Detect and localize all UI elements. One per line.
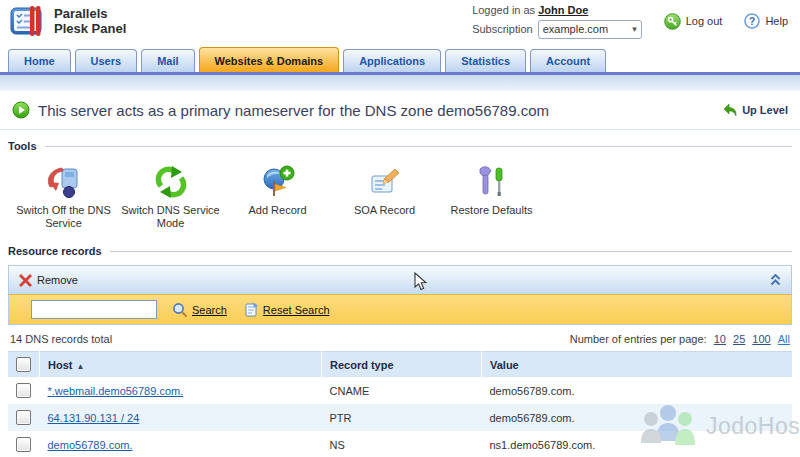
resource-records-section: Resource records: [8, 245, 792, 257]
remove-label: Remove: [37, 274, 78, 286]
per-page-control: Number of entries per page: 10 25 100 Al…: [570, 333, 790, 345]
restore-defaults-icon: [475, 165, 509, 199]
help-button[interactable]: ? Help: [744, 13, 788, 29]
tabbar-substrip: [0, 75, 800, 91]
record-type-cell: CNAME: [322, 377, 482, 404]
tab-websites-domains[interactable]: Websites & Domains: [199, 47, 340, 72]
banner-message: This server acts as a primary nameserver…: [38, 102, 549, 119]
value-cell: demo56789.com.: [482, 404, 793, 431]
per-page-all[interactable]: All: [778, 333, 790, 345]
tool-restore-defaults[interactable]: Restore Defaults: [438, 165, 545, 230]
main-tabbar: Home Users Mail Websites & Domains Appli…: [0, 42, 800, 75]
dns-switch-off-icon: [47, 165, 81, 199]
plesk-panel-page: Parallels Plesk Panel Logged in as John …: [0, 0, 800, 457]
remove-button[interactable]: Remove: [19, 274, 78, 287]
tool-label: SOA Record: [331, 204, 438, 217]
search-bar: Search Reset Search: [9, 294, 791, 324]
column-header-value[interactable]: Value: [482, 352, 793, 378]
reset-note-icon: [244, 302, 259, 317]
brand-name: Parallels Plesk Panel: [54, 6, 126, 36]
up-level-link[interactable]: Up Level: [723, 103, 788, 117]
user-name-link[interactable]: John Doe: [538, 4, 588, 16]
list-meta-row: 14 DNS records total Number of entries p…: [10, 333, 790, 345]
tool-switch-off-dns[interactable]: Switch Off the DNS Service: [10, 165, 117, 230]
collapse-toolbar-button[interactable]: [770, 274, 781, 286]
sort-asc-icon: ▲: [76, 362, 84, 371]
tab-account[interactable]: Account: [530, 49, 606, 72]
logout-label: Log out: [686, 15, 723, 27]
dns-switch-mode-icon: [154, 165, 188, 199]
subscription-value: example.com: [543, 22, 608, 37]
red-x-icon: [19, 274, 32, 287]
tools-title: Tools: [8, 140, 792, 152]
records-summary: 14 DNS records total: [10, 333, 112, 345]
top-header: Parallels Plesk Panel Logged in as John …: [0, 0, 800, 42]
reset-search-button[interactable]: Reset Search: [244, 302, 330, 317]
per-page-100[interactable]: 100: [752, 333, 770, 345]
parallels-logo-icon: [10, 5, 46, 37]
column-header-host[interactable]: Host▲: [40, 352, 322, 378]
search-input[interactable]: [31, 300, 157, 319]
table-row: *.webmail.demo56789.com. CNAME demo56789…: [8, 377, 792, 404]
search-button[interactable]: Search: [172, 302, 227, 318]
subscription-select[interactable]: example.com ▾: [538, 20, 642, 39]
green-play-icon: [12, 101, 30, 119]
green-up-arrow-icon: [723, 103, 738, 117]
tab-mail[interactable]: Mail: [141, 49, 194, 72]
per-page-label: Number of entries per page:: [570, 333, 707, 345]
records-toolbar-block: Remove Search: [8, 265, 792, 325]
per-page-10[interactable]: 10: [714, 333, 726, 345]
header-right: Logged in as John Doe Subscription examp…: [472, 3, 788, 39]
table-row: demo56789.com. NS ns1.demo56789.com.: [8, 431, 792, 457]
table-row: 64.131.90.131 / 24 PTR demo56789.com.: [8, 404, 792, 431]
resource-records-title: Resource records: [8, 245, 792, 257]
host-link[interactable]: demo56789.com.: [48, 439, 133, 451]
row-checkbox[interactable]: [16, 437, 31, 452]
tool-add-record[interactable]: Add Record: [224, 165, 331, 230]
records-toolbar: Remove: [9, 266, 791, 294]
brand-line2: Plesk Panel: [54, 21, 126, 36]
tools-section: Tools Switch Off the DNS Service: [8, 140, 792, 230]
svg-text:?: ?: [749, 16, 755, 27]
add-record-icon: [261, 165, 295, 199]
select-all-checkbox[interactable]: [16, 357, 31, 372]
tool-soa-record[interactable]: SOA Record: [331, 165, 438, 230]
row-checkbox[interactable]: [16, 410, 31, 425]
logout-button[interactable]: Log out: [664, 13, 723, 30]
tool-label: Restore Defaults: [438, 204, 545, 217]
help-icon: ?: [744, 13, 760, 29]
table-header-row: Host▲ Record type Value: [8, 352, 792, 378]
subscription-label: Subscription: [472, 22, 533, 37]
dns-records-table: Host▲ Record type Value *.webmail.demo56…: [8, 351, 792, 457]
tools-row: Switch Off the DNS Service Switch DNS Se…: [8, 165, 792, 230]
record-type-cell: NS: [322, 431, 482, 457]
up-level-label: Up Level: [742, 104, 788, 116]
tab-users[interactable]: Users: [75, 49, 138, 72]
login-block: Logged in as John Doe Subscription examp…: [472, 3, 642, 39]
column-header-record-type[interactable]: Record type: [322, 352, 482, 378]
per-page-25[interactable]: 25: [733, 333, 745, 345]
tab-home[interactable]: Home: [8, 49, 71, 72]
tool-switch-dns-mode[interactable]: Switch DNS Service Mode: [117, 165, 224, 230]
brand: Parallels Plesk Panel: [10, 5, 126, 37]
row-checkbox[interactable]: [16, 383, 31, 398]
tab-applications[interactable]: Applications: [343, 49, 441, 72]
record-type-cell: PTR: [322, 404, 482, 431]
collapse-chevrons-icon: [770, 274, 781, 286]
help-label: Help: [765, 15, 788, 27]
search-label: Search: [192, 304, 227, 316]
value-cell: demo56789.com.: [482, 377, 793, 404]
soa-record-icon: [368, 165, 402, 199]
tool-label: Switch Off the DNS Service: [10, 204, 117, 230]
logout-key-icon: [664, 13, 681, 30]
reset-search-label: Reset Search: [263, 304, 330, 316]
tool-label: Add Record: [224, 204, 331, 217]
host-link[interactable]: *.webmail.demo56789.com.: [48, 385, 184, 397]
nameserver-banner: This server acts as a primary nameserver…: [0, 91, 800, 130]
magnifier-icon: [172, 302, 188, 318]
tab-statistics[interactable]: Statistics: [445, 49, 526, 72]
logged-in-as-label: Logged in as: [472, 4, 535, 16]
value-cell: ns1.demo56789.com.: [482, 431, 793, 457]
host-link[interactable]: 64.131.90.131 / 24: [48, 412, 140, 424]
chevron-down-icon: ▾: [632, 22, 637, 37]
